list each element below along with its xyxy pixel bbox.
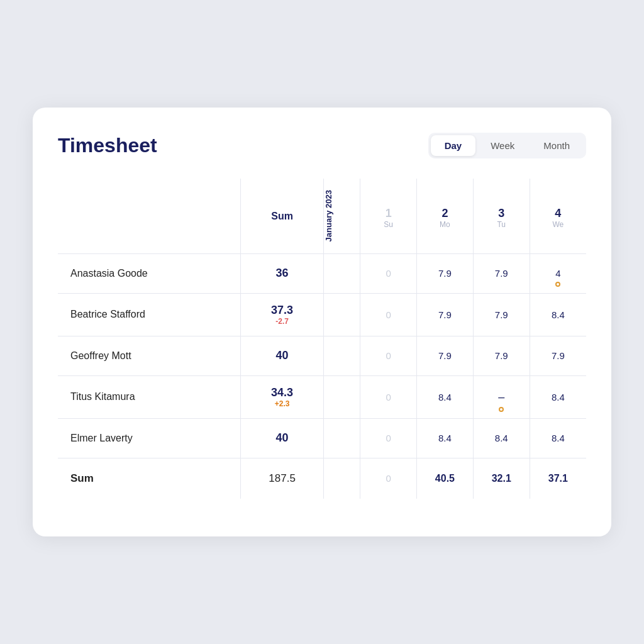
row-2-day-0: 0 — [360, 336, 417, 375]
table-header-row: Sum January 2023 1 Su 2 Mo 3 Tu — [58, 179, 586, 253]
row-1-month-cell — [324, 293, 360, 336]
row-2-day-2: 7.9 — [473, 336, 530, 375]
table-row: Beatrice Stafford37.3-2.707.97.98.4 — [58, 293, 586, 336]
day-3-num: 3 — [477, 207, 526, 221]
col-header-month: January 2023 — [324, 179, 360, 253]
row-1-day-1: 7.9 — [417, 293, 474, 336]
row-2-name: Geoffrey Mott — [58, 336, 241, 375]
row-3-day-0: 0 — [360, 375, 417, 418]
day-1-num: 1 — [364, 207, 413, 221]
timesheet-card: Timesheet Day Week Month Sum January 202… — [33, 108, 611, 536]
week-view-button[interactable]: Week — [477, 135, 528, 156]
row-4-sum: 40 — [241, 418, 324, 458]
sum-row-day-0: 0 — [360, 458, 417, 499]
day-2-num: 2 — [421, 207, 469, 221]
sum-row-label: Sum — [58, 458, 241, 499]
day-4-label: We — [534, 220, 582, 229]
row-1-day-0: 0 — [360, 293, 417, 336]
row-0-sum: 36 — [241, 253, 324, 293]
page-title: Timesheet — [58, 134, 157, 157]
row-2-sum: 40 — [241, 336, 324, 375]
day-view-button[interactable]: Day — [431, 135, 476, 156]
row-0-day-1: 7.9 — [417, 253, 474, 293]
table-row: Geoffrey Mott4007.97.97.9 — [58, 336, 586, 375]
day-4-num: 4 — [534, 207, 582, 221]
row-1-day-2: 7.9 — [473, 293, 530, 336]
view-toggle-group: Day Week Month — [428, 133, 586, 158]
sum-row-day-3: 37.1 — [530, 458, 586, 499]
row-3-month-cell — [324, 375, 360, 418]
timesheet-table: Sum January 2023 1 Su 2 Mo 3 Tu — [58, 179, 586, 498]
row-0-month-cell — [324, 253, 360, 293]
row-4-day-3: 8.4 — [530, 418, 586, 458]
row-3-day-1: 8.4 — [417, 375, 474, 418]
sum-row-day-2: 32.1 — [473, 458, 530, 499]
day-3-label: Tu — [477, 220, 526, 229]
col-header-day-2: 2 Mo — [417, 179, 474, 253]
page-header: Timesheet Day Week Month — [58, 133, 586, 158]
row-0-day-3: 4 — [530, 253, 586, 293]
sum-row-month-cell — [324, 458, 360, 499]
row-2-day-3: 7.9 — [530, 336, 586, 375]
table-row: Titus Kitamura34.3+2.308.4–8.4 — [58, 375, 586, 418]
sum-row-day-1: 40.5 — [417, 458, 474, 499]
row-1-day-3: 8.4 — [530, 293, 586, 336]
row-0-day-0: 0 — [360, 253, 417, 293]
row-0-day-2: 7.9 — [473, 253, 530, 293]
row-3-sum: 34.3+2.3 — [241, 375, 324, 418]
sum-row-total: 187.5 — [241, 458, 324, 499]
pending-dot-icon — [555, 282, 560, 287]
row-2-month-cell — [324, 336, 360, 375]
day-2-label: Mo — [421, 220, 469, 229]
timesheet-table-wrap: Sum January 2023 1 Su 2 Mo 3 Tu — [58, 179, 586, 498]
row-4-day-1: 8.4 — [417, 418, 474, 458]
row-0-name: Anastasia Goode — [58, 253, 241, 293]
row-2-day-1: 7.9 — [417, 336, 474, 375]
table-row: Anastasia Goode3607.97.94 — [58, 253, 586, 293]
table-row: Elmer Laverty4008.48.48.4 — [58, 418, 586, 458]
day-1-label: Su — [364, 220, 413, 229]
sum-row: Sum187.5040.532.137.1 — [58, 458, 586, 499]
row-3-name: Titus Kitamura — [58, 375, 241, 418]
row-4-name: Elmer Laverty — [58, 418, 241, 458]
row-4-day-0: 0 — [360, 418, 417, 458]
row-4-day-2: 8.4 — [473, 418, 530, 458]
row-4-month-cell — [324, 418, 360, 458]
col-header-day-3: 3 Tu — [473, 179, 530, 253]
row-3-day-2: – — [473, 375, 530, 418]
col-header-day-4: 4 We — [530, 179, 586, 253]
pending-dot-icon — [499, 407, 504, 412]
col-header-day-1: 1 Su — [360, 179, 417, 253]
month-view-button[interactable]: Month — [530, 135, 584, 156]
row-1-sum: 37.3-2.7 — [241, 293, 324, 336]
row-3-day-3: 8.4 — [530, 375, 586, 418]
col-header-sum: Sum — [241, 179, 324, 253]
row-1-name: Beatrice Stafford — [58, 293, 241, 336]
month-label: January 2023 — [324, 179, 333, 253]
col-header-name — [58, 179, 241, 253]
